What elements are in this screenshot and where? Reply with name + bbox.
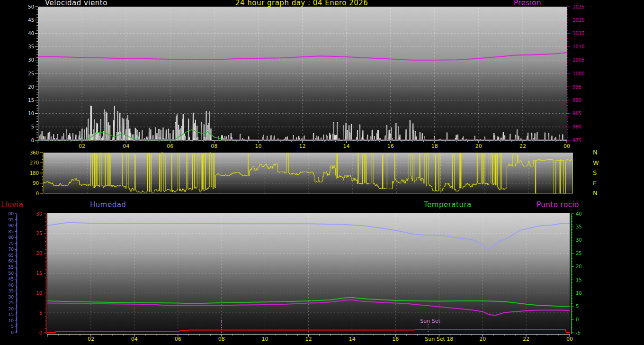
sunset-annotation: Sun Set: [420, 318, 440, 324]
wind-axis-label: 50: [28, 4, 34, 9]
direction-axis-label: 90: [33, 181, 39, 186]
compass-label: W: [593, 159, 599, 166]
temperature-axis-label: 25: [576, 251, 582, 256]
time-axis-label: 12: [305, 336, 312, 342]
humidity-axis-label: 0: [11, 330, 14, 335]
humidity-axis-label: 70: [9, 247, 14, 252]
time-axis-label: 00: [566, 336, 573, 342]
pressure-axis-label: 1015: [572, 31, 584, 36]
time-axis-label: 06: [175, 336, 181, 342]
humidity-axis-label: 30: [9, 295, 14, 300]
humidity-axis-label: 90: [9, 223, 14, 228]
pressure-axis-label: 985: [572, 111, 581, 116]
compass-label: S: [593, 169, 597, 176]
pressure-axis-label: 1020: [572, 18, 584, 23]
time-axis-label: 12: [299, 143, 306, 149]
humidity-axis-label: 95: [9, 218, 14, 222]
temperature-axis-label: 0: [576, 317, 579, 322]
time-axis-label: Sun Set 18: [425, 336, 453, 342]
time-axis-label: 16: [387, 143, 394, 149]
direction-axis-label: 360: [30, 150, 39, 155]
humidity-axis-label: 85: [9, 229, 14, 234]
rain-axis-label: 5: [39, 310, 42, 316]
rain-axis-label: 10: [36, 291, 42, 296]
pressure-axis-label: 995: [572, 84, 581, 90]
rain-axis-label: 0: [39, 330, 42, 336]
rain-axis-label: 25: [36, 231, 42, 236]
time-axis-label: 02: [88, 336, 94, 342]
time-axis-label: 22: [519, 143, 526, 149]
humidity-axis-label: 35: [9, 289, 14, 293]
humidity-axis-label: 50: [9, 271, 14, 276]
wind-axis-label: 20: [28, 84, 34, 90]
wind-axis-label: 5: [31, 124, 34, 129]
pressure-axis-label: 1000: [572, 71, 584, 76]
pressure-axis-label: 990: [572, 98, 581, 103]
rain-axis-label: 20: [36, 251, 42, 256]
time-axis-label: 08: [218, 336, 225, 342]
time-axis-label: 10: [255, 143, 261, 149]
pressure-axis-label: 1025: [572, 4, 584, 9]
time-axis-label: 06: [167, 143, 173, 149]
humidity-axis-label: 65: [9, 253, 14, 258]
wind-axis-label: 40: [28, 31, 34, 36]
humidity-axis-label: 25: [9, 300, 14, 305]
rain-axis-label: 15: [36, 271, 42, 276]
pressure-axis-label: 975: [572, 138, 581, 143]
humidity-axis-label: 15: [9, 312, 14, 317]
time-axis-label: 22: [523, 336, 529, 342]
wind-axis-label: 15: [28, 98, 34, 103]
direction-axis-label: 270: [30, 160, 39, 165]
time-axis-label: 14: [343, 143, 350, 149]
direction-axis-label: 180: [30, 171, 39, 176]
humidity-axis-label: 60: [9, 259, 14, 263]
pressure-axis-label: 980: [572, 124, 581, 129]
direction-axis-label: 0: [36, 191, 39, 196]
wind-axis-label: 30: [28, 57, 34, 63]
compass-label: E: [593, 180, 597, 187]
weather-graphs-canvas: 0510152025303540455097598098599099510001…: [0, 0, 644, 345]
compass-label: N: [593, 190, 598, 197]
time-axis-label: 04: [123, 143, 129, 149]
time-axis-label: 20: [479, 336, 486, 342]
humidity-axis-label: 45: [9, 277, 14, 281]
wind-axis-label: 35: [28, 44, 34, 49]
time-axis-label: 14: [349, 336, 355, 342]
temperature-axis-label: 15: [576, 277, 582, 282]
rain-axis-label: 30: [36, 211, 42, 217]
temperature-axis-label: 10: [576, 291, 582, 296]
humidity-axis-label: 00: [9, 211, 14, 216]
weather-graph-screen: Velocidad viento 24 hour graph day : 04 …: [0, 0, 644, 345]
wind-axis-label: 10: [28, 111, 34, 116]
wind-axis-label: 45: [28, 18, 34, 23]
time-axis-label: 20: [475, 143, 482, 149]
temperature-axis-label: 30: [576, 237, 582, 243]
time-axis-label: 02: [79, 143, 85, 149]
humidity-axis-label: 55: [9, 265, 14, 270]
humidity-axis-label: 80: [9, 235, 14, 240]
humidity-axis-label: 5: [11, 324, 14, 329]
pressure-axis-label: 1010: [572, 44, 584, 49]
humidity-axis-label: 10: [9, 318, 14, 323]
temperature-axis-label: 40: [576, 211, 582, 217]
pressure-axis-label: 1005: [572, 57, 584, 63]
time-axis-label: 18: [431, 143, 438, 149]
time-axis-label: 16: [392, 336, 399, 342]
humidity-axis-label: 20: [9, 307, 14, 311]
compass-label: N: [593, 149, 598, 156]
humidity-axis-label: 40: [9, 283, 14, 288]
wind-axis-label: 0: [31, 138, 34, 143]
humidity-axis-label: 75: [9, 241, 14, 246]
temperature-axis-label: -5: [576, 330, 581, 336]
temperature-axis-label: 20: [576, 264, 582, 269]
time-axis-label: 00: [564, 143, 570, 149]
wind-axis-label: 25: [28, 71, 34, 76]
time-axis-label: 04: [131, 336, 138, 342]
time-axis-label: 08: [211, 143, 217, 149]
temperature-axis-label: 5: [576, 304, 579, 309]
time-axis-label: 10: [262, 336, 268, 342]
temperature-axis-label: 35: [576, 224, 582, 229]
